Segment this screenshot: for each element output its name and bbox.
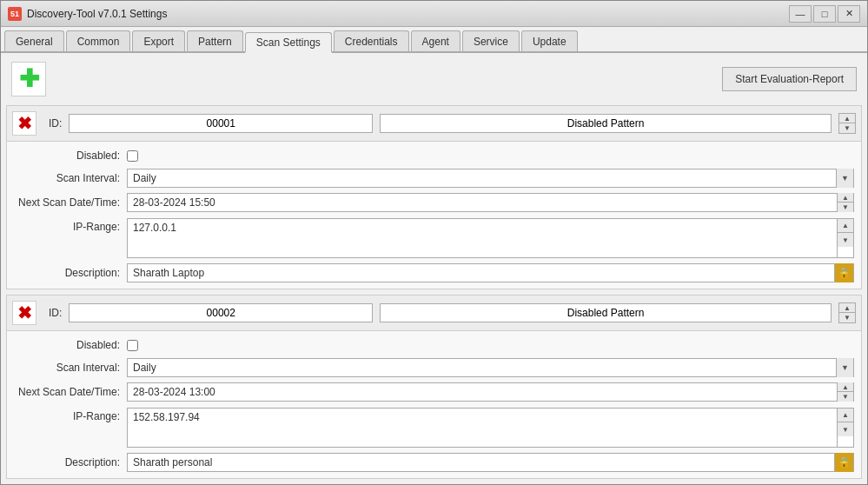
description-container-1[interactable]: Sharath Laptop 🔒 (127, 263, 854, 282)
id-label-2: ID: (49, 307, 62, 319)
tab-scan-settings[interactable]: Scan Settings (245, 32, 332, 53)
scan-interval-label-2: Scan Interval: (14, 362, 127, 374)
window-controls: — □ ✕ (789, 5, 860, 23)
scan-interval-arrow-2[interactable]: ▼ (836, 358, 853, 377)
ip-range-value-2: 152.58.197.94 (128, 409, 837, 447)
window-title: Discovery-Tool v7.0.1 Settings (27, 8, 789, 20)
entry-1-spin-up[interactable]: ▲ (839, 114, 855, 123)
toolbar: ✚ Start Evaluation-Report (6, 58, 862, 100)
app-icon: 51 (8, 7, 22, 21)
entry-1-body: Disabled: Scan Interval: Daily ▼ Next Sc… (7, 142, 861, 289)
description-label-1: Description: (14, 267, 127, 279)
ip-range-row-2: IP-Range: 152.58.197.94 ▲ ▼ (7, 404, 861, 450)
entry-2-spinners: ▲ ▼ (838, 302, 856, 323)
ip-range-value-1: 127.0.0.1 (128, 219, 837, 257)
delete-entry-1-button[interactable]: ✖ (12, 111, 36, 136)
minimize-button[interactable]: — (789, 5, 812, 23)
eval-report-button[interactable]: Start Evaluation-Report (722, 67, 857, 91)
content-area: ✚ Start Evaluation-Report ✖ ID: ▲ ▼ (1, 53, 867, 484)
entry-2-spin-down[interactable]: ▼ (839, 313, 855, 322)
lock-icon-1[interactable]: 🔒 (834, 263, 853, 282)
ip-controls-1: ▲ ▼ (837, 219, 853, 257)
delete-icon-2: ✖ (17, 302, 32, 323)
ip-scroll-down-1[interactable]: ▼ (838, 233, 853, 247)
id-field-1[interactable] (69, 114, 373, 133)
ip-scroll-down-2[interactable]: ▼ (838, 422, 853, 436)
entry-1-spinners: ▲ ▼ (838, 113, 856, 134)
disabled-checkbox-2[interactable] (127, 340, 138, 351)
tab-update[interactable]: Update (521, 30, 578, 51)
tab-credentials[interactable]: Credentials (334, 30, 409, 51)
next-scan-label-2: Next Scan Date/Time: (14, 386, 127, 398)
description-row-1: Description: Sharath Laptop 🔒 (7, 261, 861, 285)
datetime-value-2: 28-03-2024 13:00 (128, 386, 837, 398)
datetime-spin-down-2[interactable]: ▼ (838, 392, 853, 402)
scan-entry-1: ✖ ID: ▲ ▼ Disabled: Scan Interval: (6, 105, 862, 289)
ip-controls-2: ▲ ▼ (837, 409, 853, 447)
delete-icon: ✖ (17, 113, 32, 134)
datetime-spin-1: ▲ ▼ (837, 193, 853, 212)
entry-1-spin-down[interactable]: ▼ (839, 123, 855, 133)
datetime-spin-up-1[interactable]: ▲ (838, 193, 853, 203)
entry-2-header: ✖ ID: ▲ ▼ (7, 296, 861, 331)
scan-interval-dropdown-2[interactable]: Daily ▼ (127, 358, 854, 377)
next-scan-label-1: Next Scan Date/Time: (14, 196, 127, 209)
tab-common[interactable]: Common (66, 30, 131, 51)
disabled-label-1: Disabled: (14, 149, 127, 162)
tab-general[interactable]: General (4, 30, 64, 51)
next-scan-datetime-2[interactable]: 28-03-2024 13:00 ▲ ▼ (127, 382, 854, 402)
tab-service[interactable]: Service (462, 30, 520, 51)
close-button[interactable]: ✕ (838, 5, 860, 23)
datetime-spin-2: ▲ ▼ (837, 382, 853, 402)
maximize-button[interactable]: □ (813, 5, 836, 23)
description-value-2: Sharath personal (128, 456, 834, 468)
next-scan-row-2: Next Scan Date/Time: 28-03-2024 13:00 ▲ … (7, 380, 861, 404)
tab-pattern[interactable]: Pattern (187, 30, 243, 51)
next-scan-datetime-1[interactable]: 28-03-2024 15:50 ▲ ▼ (127, 193, 854, 212)
tab-export[interactable]: Export (132, 30, 185, 51)
scan-interval-row-1: Scan Interval: Daily ▼ (7, 166, 861, 190)
entry-2-body: Disabled: Scan Interval: Daily ▼ Next Sc… (7, 331, 861, 478)
entry-1-header: ✖ ID: ▲ ▼ (7, 106, 861, 142)
ip-range-row-1: IP-Range: 127.0.0.1 ▲ ▼ (7, 215, 861, 261)
id-label-1: ID: (49, 117, 62, 130)
disabled-checkbox-1[interactable] (127, 150, 138, 162)
id-field-2[interactable] (69, 303, 373, 322)
ip-range-label-2: IP-Range: (14, 408, 127, 422)
disabled-row-1: Disabled: (7, 145, 861, 166)
title-bar: 51 Discovery-Tool v7.0.1 Settings — □ ✕ (1, 1, 867, 27)
description-label-2: Description: (14, 456, 127, 468)
disabled-label-2: Disabled: (14, 339, 127, 351)
next-scan-row-1: Next Scan Date/Time: 28-03-2024 15:50 ▲ … (7, 190, 861, 215)
description-value-1: Sharath Laptop (128, 267, 834, 279)
ip-range-label-1: IP-Range: (14, 218, 127, 233)
datetime-spin-down-1[interactable]: ▼ (838, 203, 853, 212)
ip-scroll-up-2[interactable]: ▲ (838, 409, 853, 422)
entry-2-spin-up[interactable]: ▲ (839, 303, 855, 313)
ip-scroll-up-1[interactable]: ▲ (838, 219, 853, 233)
lock-icon-2[interactable]: 🔒 (834, 453, 853, 472)
scan-interval-value-2: Daily (128, 362, 836, 374)
main-window: 51 Discovery-Tool v7.0.1 Settings — □ ✕ … (0, 0, 868, 485)
scan-interval-value-1: Daily (128, 172, 836, 184)
tab-agent[interactable]: Agent (411, 30, 461, 51)
add-entry-button[interactable]: ✚ (11, 62, 46, 96)
delete-entry-2-button[interactable]: ✖ (12, 301, 36, 325)
datetime-spin-up-2[interactable]: ▲ (838, 382, 853, 392)
scan-interval-label-1: Scan Interval: (14, 172, 127, 184)
pattern-field-2[interactable] (380, 303, 832, 322)
disabled-row-2: Disabled: (7, 335, 861, 355)
description-container-2[interactable]: Sharath personal 🔒 (127, 453, 854, 472)
scan-interval-dropdown-1[interactable]: Daily ▼ (127, 169, 854, 188)
scan-entry-2: ✖ ID: ▲ ▼ Disabled: Scan Interval: (6, 295, 862, 479)
description-row-2: Description: Sharath personal 🔒 (7, 450, 861, 475)
pattern-field-1[interactable] (380, 114, 832, 133)
tab-bar: General Common Export Pattern Scan Setti… (1, 27, 867, 53)
scan-interval-arrow-1[interactable]: ▼ (836, 169, 853, 188)
plus-icon: ✚ (16, 66, 42, 92)
scan-interval-row-2: Scan Interval: Daily ▼ (7, 355, 861, 380)
datetime-value-1: 28-03-2024 15:50 (128, 196, 837, 209)
